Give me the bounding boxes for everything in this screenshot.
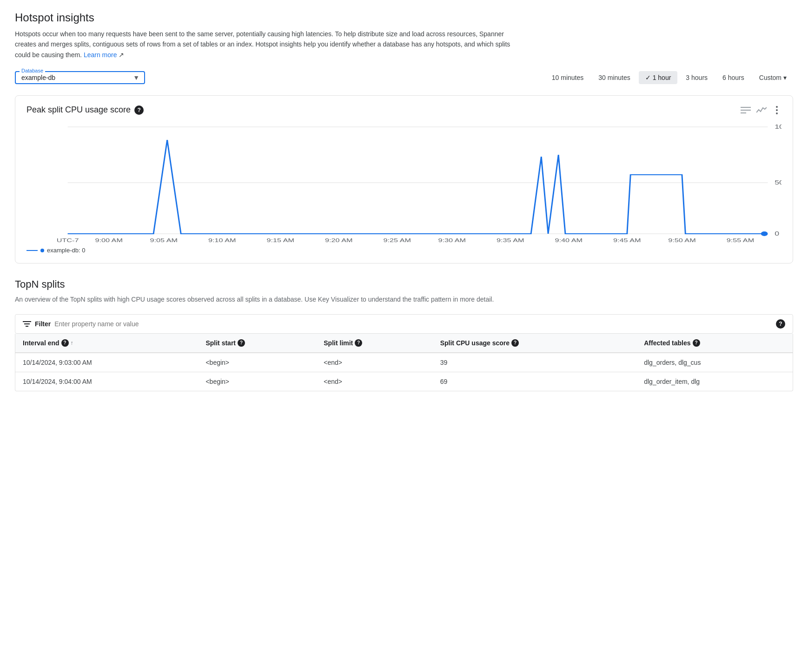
- chart-title-row: Peak split CPU usage score ?: [26, 105, 144, 115]
- col-header-split-limit: Split limit ?: [316, 334, 432, 353]
- time-btn-30min[interactable]: 30 minutes: [592, 71, 636, 84]
- svg-text:9:05 AM: 9:05 AM: [150, 237, 178, 243]
- time-range-selector: 10 minutes 30 minutes ✓ 1 hour 3 hours 6…: [545, 71, 793, 84]
- chart-type-icon[interactable]: [756, 106, 767, 114]
- database-label: Database: [20, 68, 45, 73]
- page-description: Hotspots occur when too many requests ha…: [15, 29, 526, 60]
- svg-text:UTC-7: UTC-7: [57, 237, 79, 243]
- legend-label: example-db: 0: [47, 247, 85, 254]
- more-options-button[interactable]: [772, 105, 782, 115]
- chart-card: Peak split CPU usage score ?: [15, 95, 793, 264]
- chart-title: Peak split CPU usage score: [26, 105, 131, 115]
- topn-title: TopN splits: [15, 278, 793, 290]
- svg-text:9:50 AM: 9:50 AM: [668, 237, 696, 243]
- svg-text:9:40 AM: 9:40 AM: [555, 237, 583, 243]
- topn-section: TopN splits An overview of the TopN spli…: [15, 278, 793, 391]
- col-help-cpu-score[interactable]: ?: [511, 339, 519, 347]
- time-btn-3hours[interactable]: 3 hours: [679, 71, 714, 84]
- chart-header: Peak split CPU usage score ?: [26, 105, 782, 115]
- cell-split-limit-2: <end>: [316, 372, 432, 391]
- svg-text:0: 0: [775, 231, 779, 237]
- col-header-affected-tables: Affected tables ?: [636, 334, 793, 353]
- cell-split-start-1: <begin>: [198, 353, 316, 372]
- col-header-cpu-score: Split CPU usage score ?: [433, 334, 637, 353]
- cell-cpu-score-2: 69: [433, 372, 637, 391]
- filter-label: Filter: [35, 320, 51, 328]
- time-btn-1hour[interactable]: ✓ 1 hour: [639, 71, 678, 84]
- table-header-row: Interval end ? ↑ Split start ? Spl: [15, 334, 793, 353]
- col-help-split-limit[interactable]: ?: [355, 339, 362, 347]
- topn-table-wrapper: Interval end ? ↑ Split start ? Spl: [15, 334, 793, 391]
- filter-left: Filter: [23, 320, 175, 328]
- filter-bar: Filter ?: [15, 314, 793, 334]
- svg-text:9:30 AM: 9:30 AM: [438, 237, 466, 243]
- legend-dot-indicator: [40, 249, 44, 252]
- svg-text:9:45 AM: 9:45 AM: [613, 237, 641, 243]
- chart-end-dot: [761, 231, 768, 236]
- learn-more-link[interactable]: Learn more: [84, 51, 117, 59]
- col-help-split-start[interactable]: ?: [238, 339, 245, 347]
- svg-text:9:55 AM: 9:55 AM: [727, 237, 755, 243]
- svg-text:100: 100: [775, 124, 782, 130]
- col-help-interval-end[interactable]: ?: [61, 339, 69, 347]
- filter-help-icon[interactable]: ?: [776, 319, 785, 329]
- chart-help-icon[interactable]: ?: [134, 105, 144, 115]
- svg-text:9:15 AM: 9:15 AM: [266, 237, 294, 243]
- time-btn-10min[interactable]: 10 minutes: [545, 71, 590, 84]
- svg-text:9:00 AM: 9:00 AM: [95, 237, 123, 243]
- cell-cpu-score-1: 39: [433, 353, 637, 372]
- table-row: 10/14/2024, 9:03:00 AM <begin> <end> 39 …: [15, 353, 793, 372]
- cell-split-start-2: <begin>: [198, 372, 316, 391]
- chart-container: 100 50 0 UTC-7 9:00 AM 9:05 AM 9:10 AM 9…: [26, 122, 782, 243]
- chart-line: [68, 140, 765, 234]
- col-header-split-start: Split start ?: [198, 334, 316, 353]
- sort-icon-interval-end[interactable]: ↑: [71, 340, 73, 346]
- legend-line-indicator: [26, 250, 38, 251]
- chart-legend: example-db: 0: [26, 247, 782, 254]
- filter-input[interactable]: [54, 320, 175, 328]
- col-header-interval-end: Interval end ? ↑: [15, 334, 198, 353]
- cell-affected-tables-1: dlg_orders, dlg_cus: [636, 353, 793, 372]
- svg-text:9:20 AM: 9:20 AM: [325, 237, 353, 243]
- controls-row: Database example-db ▼ 10 minutes 30 minu…: [15, 71, 793, 84]
- time-btn-6hours[interactable]: 6 hours: [716, 71, 751, 84]
- page-title: Hotspot insights: [15, 11, 793, 24]
- col-help-affected-tables[interactable]: ?: [693, 339, 700, 347]
- table-row: 10/14/2024, 9:04:00 AM <begin> <end> 69 …: [15, 372, 793, 391]
- table-body: 10/14/2024, 9:03:00 AM <begin> <end> 39 …: [15, 353, 793, 391]
- cell-split-limit-1: <end>: [316, 353, 432, 372]
- database-dropdown[interactable]: example-db: [21, 74, 139, 81]
- svg-text:50: 50: [775, 179, 782, 185]
- chart-actions: [741, 105, 782, 115]
- cell-interval-end-2: 10/14/2024, 9:04:00 AM: [15, 372, 198, 391]
- topn-table: Interval end ? ↑ Split start ? Spl: [15, 334, 793, 391]
- chart-svg: 100 50 0 UTC-7 9:00 AM 9:05 AM 9:10 AM 9…: [26, 122, 782, 243]
- svg-text:9:25 AM: 9:25 AM: [383, 237, 411, 243]
- cell-interval-end-1: 10/14/2024, 9:03:00 AM: [15, 353, 198, 372]
- filter-icon: [23, 321, 31, 327]
- time-btn-custom[interactable]: Custom ▾: [753, 71, 793, 84]
- custom-dropdown-arrow-icon: ▾: [783, 74, 787, 81]
- svg-text:9:10 AM: 9:10 AM: [208, 237, 236, 243]
- svg-text:9:35 AM: 9:35 AM: [497, 237, 524, 243]
- database-selector: Database example-db ▼: [15, 71, 145, 84]
- topn-description: An overview of the TopN splits with high…: [15, 294, 793, 304]
- cell-affected-tables-2: dlg_order_item, dlg: [636, 372, 793, 391]
- legend-icon[interactable]: [741, 106, 751, 114]
